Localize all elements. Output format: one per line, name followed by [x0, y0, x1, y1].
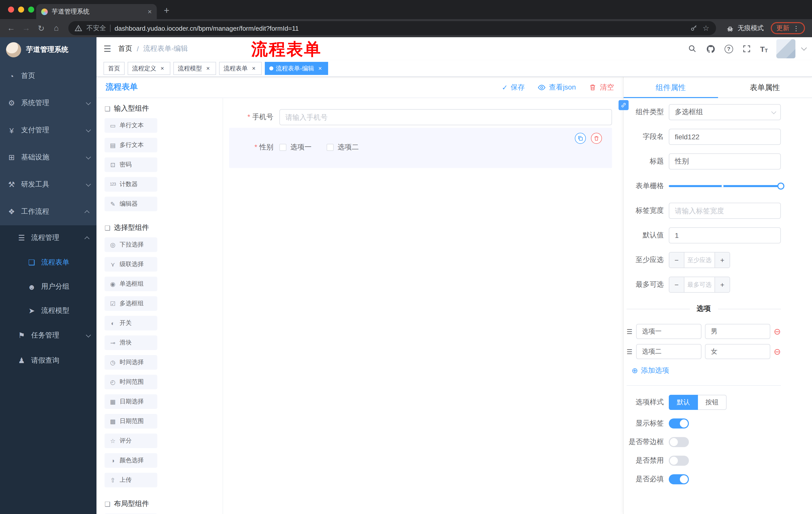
palette-item-color-picker[interactable]: ◑颜色选择 — [105, 453, 157, 468]
sidebar-item-leave-query[interactable]: ♟请假查询 — [0, 348, 96, 373]
remove-option-icon[interactable]: ⊖ — [774, 347, 781, 356]
palette-item-single-text[interactable]: ▭单行文本 — [105, 118, 157, 133]
palette-item-date-picker[interactable]: ▦日期选择 — [105, 394, 157, 409]
palette-item-switch[interactable]: ◐开关 — [105, 316, 157, 330]
drag-handle-icon[interactable]: ☰ — [627, 348, 632, 355]
palette-item-date-range[interactable]: ▩日期范围 — [105, 414, 157, 429]
palette-item-editor[interactable]: ✎编辑器 — [105, 197, 157, 211]
github-icon[interactable] — [706, 44, 716, 54]
option-label-input[interactable] — [636, 324, 701, 339]
security-label[interactable]: 不安全 — [86, 24, 106, 33]
user-avatar[interactable] — [776, 39, 795, 58]
stepper-minus-button[interactable]: − — [669, 252, 685, 268]
sidebar-item-devtools[interactable]: ⚒研发工具 — [0, 171, 96, 198]
view-json-button[interactable]: 查看json — [538, 83, 576, 92]
help-icon[interactable]: ? — [724, 45, 733, 53]
palette-item-counter[interactable]: 123计数器 — [105, 177, 157, 192]
slider-track[interactable] — [669, 185, 781, 187]
gender-option-checkbox[interactable]: 选项一 — [279, 143, 312, 152]
gender-option-checkbox[interactable]: 选项二 — [327, 143, 359, 152]
sidebar-item-process-manage[interactable]: ☰流程管理 — [0, 225, 96, 250]
palette-item-select[interactable]: ◎下拉选择 — [105, 237, 157, 252]
address-bar[interactable]: 不安全 dashboard.yudao.iocoder.cn/bpm/manag… — [68, 21, 716, 35]
palette-item-cascader[interactable]: ⋎级联选择 — [105, 257, 157, 272]
phone-input[interactable] — [279, 109, 612, 125]
save-button[interactable]: ✓ 保存 — [502, 83, 525, 92]
drag-handle-icon[interactable]: ☰ — [627, 328, 632, 335]
remove-option-icon[interactable]: ⊖ — [774, 327, 781, 336]
tag-close-icon[interactable]: × — [250, 65, 257, 72]
forward-button[interactable]: → — [20, 24, 32, 33]
toggle-disabled[interactable] — [669, 456, 689, 466]
reload-button[interactable]: ↻ — [35, 23, 47, 33]
max-select-input[interactable] — [685, 277, 715, 292]
add-option-button[interactable]: ⊕ 添加选项 — [632, 366, 781, 375]
user-caret-down-icon[interactable] — [801, 45, 807, 51]
tag-process-form-edit[interactable]: 流程表单-编辑× — [265, 62, 328, 75]
font-size-icon[interactable]: TT — [760, 45, 768, 53]
sidebar-item-process-form[interactable]: ❏流程表单 — [0, 250, 96, 275]
option-style-button-button[interactable]: 按钮 — [698, 395, 727, 410]
sidebar-item-workflow[interactable]: ❖工作流程 — [0, 198, 96, 225]
option-style-default-button[interactable]: 默认 — [669, 395, 698, 410]
stepper-plus-button[interactable]: + — [715, 277, 730, 292]
palette-item-password[interactable]: ⊡密码 — [105, 157, 157, 172]
search-icon[interactable] — [687, 44, 697, 54]
component-type-select[interactable]: 多选框组 — [669, 104, 781, 120]
option-value-input[interactable] — [705, 344, 770, 359]
palette-item-time-picker[interactable]: ◷时间选择 — [105, 355, 157, 370]
window-close-button[interactable] — [8, 6, 14, 12]
palette-item-radio-group[interactable]: ◉单选框组 — [105, 277, 157, 291]
fullscreen-icon[interactable] — [742, 44, 751, 54]
sidebar-item-task-manage[interactable]: ⚑任务管理 — [0, 323, 96, 348]
browser-tab[interactable]: 芋道管理系统 × — [36, 4, 157, 19]
window-minimize-button[interactable] — [18, 6, 24, 12]
palette-item-time-range[interactable]: ◴时间范围 — [105, 375, 157, 389]
option-value-input[interactable] — [705, 324, 770, 339]
tag-process-model[interactable]: 流程模型× — [173, 62, 216, 75]
sidebar-item-payment[interactable]: ¥支付管理 — [0, 117, 96, 144]
copy-component-button[interactable] — [575, 133, 586, 144]
tag-close-icon[interactable]: × — [317, 65, 324, 72]
tab-close-icon[interactable]: × — [148, 7, 152, 16]
tag-process-form[interactable]: 流程表单× — [219, 62, 262, 75]
update-menu-button[interactable]: 更新 ⋮ — [771, 22, 805, 34]
default-value-input[interactable] — [669, 227, 781, 243]
min-select-input[interactable] — [685, 252, 715, 268]
toggle-show-label[interactable] — [669, 418, 689, 429]
label-width-input[interactable] — [669, 203, 781, 219]
hamburger-icon[interactable]: ☰ — [96, 44, 118, 54]
new-tab-button[interactable]: + — [164, 5, 169, 16]
sidebar-item-process-model[interactable]: ➤流程模型 — [0, 299, 96, 323]
title-input[interactable] — [669, 154, 781, 169]
clear-button[interactable]: 清空 — [589, 83, 614, 92]
option-label-input[interactable] — [636, 344, 701, 359]
slider-handle[interactable] — [777, 183, 784, 190]
toggle-border[interactable] — [669, 437, 689, 447]
sidebar-item-home[interactable]: ◔首页 — [0, 62, 96, 89]
password-key-icon[interactable] — [690, 24, 698, 32]
tab-component-props[interactable]: 组件属性 — [624, 77, 718, 98]
palette-item-rate[interactable]: ☆评分 — [105, 434, 157, 448]
palette-item-checkbox-group[interactable]: ☑多选框组 — [105, 296, 157, 311]
tag-close-icon[interactable]: × — [204, 65, 211, 72]
delete-component-button[interactable] — [591, 133, 602, 144]
selected-component-gender[interactable]: 性别 选项一选项二 — [229, 128, 612, 168]
palette-item-upload[interactable]: ⇧上传 — [105, 473, 157, 487]
stepper-plus-button[interactable]: + — [715, 252, 730, 268]
tab-form-props[interactable]: 表单属性 — [718, 77, 812, 98]
sidebar-item-user-group[interactable]: ☻用户分组 — [0, 275, 96, 299]
palette-item-slider[interactable]: ⊸滑块 — [105, 335, 157, 350]
sidebar-item-infrastructure[interactable]: ⊞基础设施 — [0, 144, 96, 171]
sidebar-item-system[interactable]: ⚙系统管理 — [0, 89, 96, 117]
tag-close-icon[interactable]: × — [159, 65, 166, 72]
tag-process-definition[interactable]: 流程定义× — [127, 62, 170, 75]
back-button[interactable]: ← — [5, 24, 17, 33]
breadcrumb-home[interactable]: 首页 — [118, 44, 133, 53]
tag-home[interactable]: 首页 — [104, 62, 125, 75]
toggle-required[interactable] — [669, 474, 689, 484]
sidebar-logo-row[interactable]: 芋道管理系统 — [0, 37, 96, 62]
palette-item-multi-text[interactable]: ▤多行文本 — [105, 138, 157, 153]
bookmark-star-icon[interactable]: ☆ — [702, 24, 710, 33]
form-grid-slider[interactable] — [669, 178, 781, 194]
